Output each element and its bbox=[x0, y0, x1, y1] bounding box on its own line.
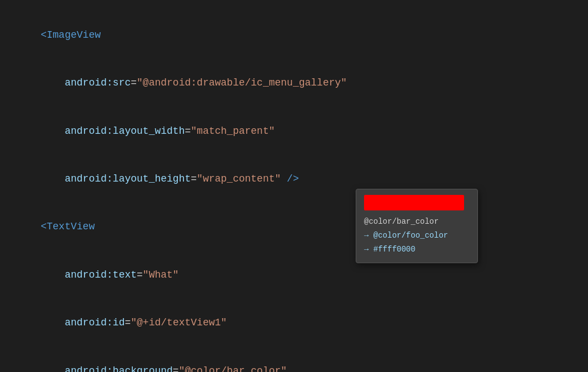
equals-2: = bbox=[185, 125, 191, 137]
attr-src: android:src bbox=[41, 77, 131, 88]
value-id-1: "@+id/textView1" bbox=[131, 317, 227, 328]
code-line-2: android:src="@android:drawable/ic_menu_g… bbox=[17, 59, 571, 107]
code-line-1: <ImageView bbox=[17, 11, 571, 59]
value-lw-1: "match_parent" bbox=[191, 125, 275, 137]
code-line-8: android:background="@color/bar_color" bbox=[17, 347, 571, 372]
attr-id-1: android:id bbox=[41, 317, 124, 328]
code-editor: <ImageView android:src="@android:drawabl… bbox=[0, 0, 588, 372]
code-line-5: <TextView bbox=[17, 203, 571, 251]
attr-text-1: android:text bbox=[41, 269, 137, 280]
tag-textview-1: <TextView bbox=[41, 221, 94, 232]
attr-lw-1: android:layout_width bbox=[41, 125, 185, 137]
value-lh-1: "wrap_content" bbox=[197, 173, 281, 184]
tooltip-arrow-2: → #ffff0000 bbox=[364, 243, 470, 257]
equals-4: = bbox=[137, 269, 143, 280]
equals-6: = bbox=[173, 365, 179, 372]
slash-1: /> bbox=[281, 173, 298, 184]
equals-3: = bbox=[191, 173, 197, 184]
attr-lh-1: android:layout_height bbox=[41, 173, 191, 184]
code-line-4: android:layout_height="wrap_content" /> bbox=[17, 155, 571, 203]
value-text-1: "What" bbox=[143, 269, 179, 280]
code-line-3: android:layout_width="match_parent" bbox=[17, 107, 571, 155]
attr-bg: android:background bbox=[41, 365, 173, 372]
value-bg: "@color/bar_color" bbox=[179, 365, 287, 372]
tooltip-arrow-1: → @color/foo_color bbox=[364, 229, 470, 243]
color-tooltip: @color/bar_color → @color/foo_color → #f… bbox=[356, 189, 478, 263]
tooltip-label: @color/bar_color bbox=[364, 215, 470, 229]
code-line-6: android:text="What" bbox=[17, 251, 571, 299]
equals-5: = bbox=[124, 317, 131, 328]
value-src: "@android:drawable/ic_menu_gallery" bbox=[137, 77, 347, 88]
tag-imageview: <ImageView bbox=[41, 29, 101, 41]
code-line-7: android:id="@+id/textView1" bbox=[17, 299, 571, 346]
equals-1: = bbox=[131, 77, 137, 88]
color-swatch bbox=[364, 195, 464, 210]
